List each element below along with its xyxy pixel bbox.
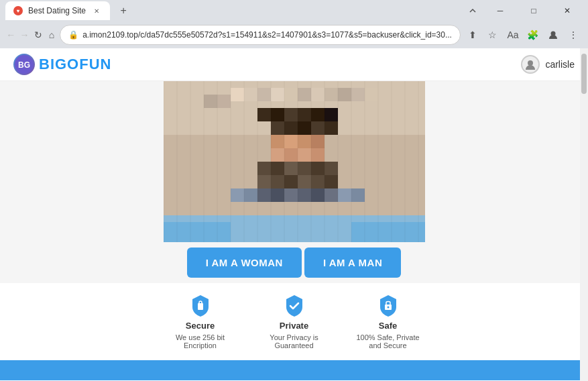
svg-rect-13	[298, 88, 311, 101]
action-bar	[0, 360, 588, 380]
home-button[interactable]: ⌂	[46, 25, 57, 44]
svg-rect-11	[271, 88, 284, 101]
svg-rect-61	[164, 222, 231, 242]
svg-rect-56	[311, 188, 325, 202]
svg-rect-21	[284, 108, 298, 121]
svg-rect-8	[231, 88, 244, 101]
safe-icon	[376, 294, 400, 318]
svg-rect-59	[351, 188, 365, 202]
browser-toolbar: ← → ↻ ⌂ 🔒 a.imon2109.top/c/da57dc555e505…	[0, 21, 588, 48]
new-tab-button[interactable]: +	[114, 1, 133, 20]
man-button[interactable]: I AM A MAN	[304, 248, 401, 278]
window-chevron-icon	[469, 7, 477, 15]
svg-rect-12	[284, 88, 298, 101]
svg-rect-53	[271, 188, 284, 202]
scrollbar-thumb[interactable]	[581, 54, 587, 94]
user-avatar	[521, 55, 540, 74]
svg-rect-31	[284, 135, 298, 148]
svg-text:BG: BG	[18, 60, 30, 70]
svg-rect-25	[271, 121, 284, 135]
svg-rect-18	[365, 88, 378, 101]
svg-rect-16	[338, 88, 351, 101]
svg-rect-58	[338, 188, 351, 202]
svg-rect-17	[351, 88, 365, 101]
blurred-image-svg	[164, 81, 425, 242]
toolbar-actions: ⬆ ☆ Aa 🧩 ⋮	[463, 25, 583, 44]
share-icon[interactable]: ⬆	[463, 25, 482, 44]
secure-title: Secure	[186, 321, 215, 331]
svg-rect-49	[325, 175, 338, 188]
svg-rect-22	[298, 108, 311, 121]
secure-desc: We use 256 bit Encription	[167, 333, 234, 349]
svg-rect-26	[284, 121, 298, 135]
page-content: BG BIGOFUN carlisle	[0, 48, 588, 381]
svg-rect-54	[284, 188, 298, 202]
browser-tab[interactable]: ♥ Best Dating Site ✕	[5, 1, 110, 20]
svg-rect-46	[284, 175, 298, 188]
address-bar[interactable]: 🔒 a.imon2109.top/c/da57dc555e50572d?s1=1…	[60, 25, 461, 45]
svg-rect-28	[311, 121, 325, 135]
more-menu-icon[interactable]: ⋮	[564, 25, 583, 44]
browser-chrome: ♥ Best Dating Site ✕ + ─ □ ✕ ← → ↻ ⌂ 🔒 a…	[0, 0, 588, 48]
svg-rect-24	[325, 108, 338, 121]
svg-rect-34	[271, 148, 284, 162]
secure-icon	[188, 294, 213, 318]
logo-area: BG BIGOFUN	[13, 54, 111, 75]
svg-rect-10	[257, 88, 271, 101]
private-desc: Your Privacy is Guaranteed	[261, 333, 328, 349]
private-badge: Private Your Privacy is Guaranteed	[261, 294, 328, 349]
svg-rect-40	[284, 162, 298, 175]
tab-favicon: ♥	[13, 6, 23, 15]
gender-buttons: I AM A WOMAN I AM A MAN	[187, 248, 401, 278]
svg-rect-9	[244, 88, 257, 101]
svg-rect-52	[257, 188, 271, 202]
svg-rect-36	[298, 148, 311, 162]
user-area: carlisle	[521, 55, 575, 74]
tab-title: Best Dating Site	[28, 6, 86, 15]
private-title: Private	[280, 321, 308, 331]
minimize-button[interactable]: ─	[485, 0, 516, 21]
svg-rect-57	[325, 188, 338, 202]
svg-rect-51	[244, 188, 257, 202]
svg-rect-43	[325, 162, 338, 175]
back-button[interactable]: ←	[5, 25, 16, 44]
svg-rect-29	[325, 121, 338, 135]
maximize-button[interactable]: □	[518, 0, 549, 21]
bookmark-icon[interactable]: ☆	[483, 25, 502, 44]
safe-badge: Safe 100% Safe, Private and Secure	[355, 294, 422, 349]
svg-rect-41	[298, 162, 311, 175]
svg-point-87	[387, 307, 389, 309]
forward-button[interactable]: →	[19, 25, 30, 44]
svg-rect-38	[257, 162, 271, 175]
safe-title: Safe	[379, 321, 397, 331]
close-button[interactable]: ✕	[552, 0, 583, 21]
reader-mode-icon[interactable]: Aa	[504, 25, 522, 44]
svg-rect-44	[257, 175, 271, 188]
site-header: BG BIGOFUN carlisle	[0, 48, 588, 81]
svg-rect-42	[311, 162, 325, 175]
svg-rect-23	[311, 108, 325, 121]
main-content: I AM A WOMAN I AM A MAN Secure We use 25…	[0, 81, 588, 380]
svg-rect-39	[271, 162, 284, 175]
trust-badges: Secure We use 256 bit Encription Private…	[0, 283, 588, 360]
svg-point-3	[528, 60, 533, 66]
svg-rect-35	[284, 148, 298, 162]
svg-rect-32	[298, 135, 311, 148]
svg-rect-30	[271, 135, 284, 148]
title-bar: ♥ Best Dating Site ✕ + ─ □ ✕	[0, 0, 588, 21]
tab-close-button[interactable]: ✕	[91, 5, 102, 16]
svg-rect-19	[257, 108, 271, 121]
svg-rect-37	[311, 148, 325, 162]
woman-button[interactable]: I AM A WOMAN	[187, 248, 302, 278]
window-controls: ─ □ ✕	[469, 0, 583, 21]
svg-rect-7	[217, 95, 231, 108]
extensions-icon[interactable]: 🧩	[524, 25, 542, 44]
refresh-button[interactable]: ↻	[33, 25, 44, 44]
username: carlisle	[545, 59, 575, 70]
profile-icon[interactable]	[544, 25, 563, 44]
svg-rect-48	[311, 175, 325, 188]
logo-icon: BG	[13, 54, 35, 75]
title-bar-left: ♥ Best Dating Site ✕ +	[5, 1, 133, 20]
profile-image	[164, 81, 425, 242]
scrollbar[interactable]	[580, 48, 588, 381]
